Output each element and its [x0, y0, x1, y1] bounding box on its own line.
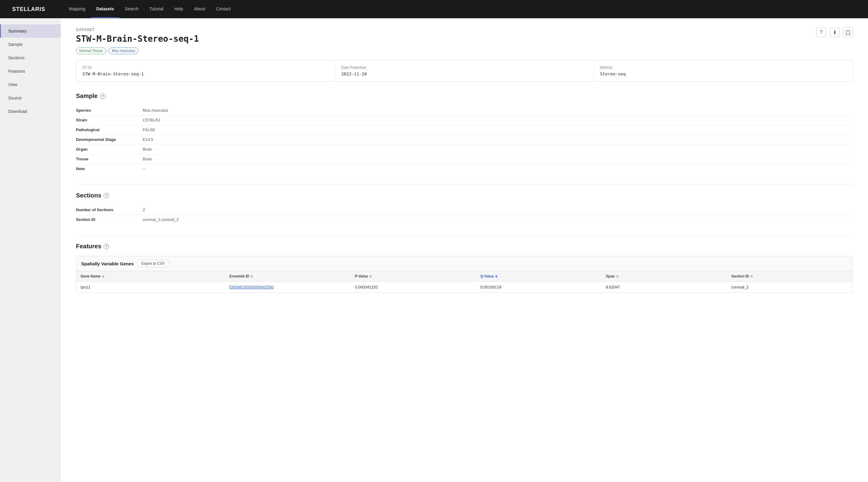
kv-key-section-id: Section ID: [76, 217, 143, 222]
kv-value-note: --: [143, 166, 146, 171]
nav-item-help[interactable]: Help: [169, 0, 189, 18]
sort-icon-pvalue: ⇅: [369, 275, 372, 278]
sidebar: Summary Sample Sections Features View So…: [0, 18, 61, 482]
kv-row-num-sections: Number of Sections 2: [76, 205, 853, 215]
col-header-p-value[interactable]: P-Value ⇅: [351, 271, 476, 281]
kv-value-organ: Brain: [143, 147, 152, 151]
download-icon: ⬇: [833, 30, 837, 35]
sidebar-item-features[interactable]: Features: [0, 64, 61, 78]
kv-value-num-sections: 2: [143, 207, 145, 212]
kv-key-species: Species: [76, 108, 143, 113]
sidebar-item-source[interactable]: Source: [0, 91, 61, 105]
sample-section-title: Sample: [76, 92, 98, 100]
navbar: STELLARIS Mapping Datasets Search Tutori…: [0, 0, 868, 18]
nav-item-mapping[interactable]: Mapping: [64, 0, 91, 18]
report-icon-button[interactable]: 📋: [843, 27, 853, 37]
col-header-section-id[interactable]: Section ID ⇅: [727, 271, 852, 281]
tag-normal-tissue: Normal Tissue: [76, 48, 106, 54]
sections-kv-table: Number of Sections 2 Section ID coronal_…: [76, 205, 853, 224]
nav-item-datasets[interactable]: Datasets: [91, 0, 119, 18]
toolbar-icons: ? ⬇ 📋: [816, 27, 853, 37]
cell-section-id: coronal_2: [727, 282, 852, 292]
features-col-headers: Gene Name ⇅ Ensembl ID ⇅ P-Value ⇅ Q-Val…: [76, 271, 852, 282]
sample-section-header: Sample ?: [76, 92, 853, 100]
features-table-container: Spatially Variable Genes Export to CSV G…: [76, 256, 853, 293]
features-help-icon[interactable]: ?: [104, 244, 109, 249]
dataset-header: Dataset STW-M-Brain-Stereo-seq-1 Normal …: [76, 27, 199, 60]
sidebar-item-summary[interactable]: Summary: [0, 24, 61, 38]
table-row: Ipo11 ENSMUSG00000042590 0.000341232 0.0…: [76, 282, 852, 292]
kv-row-dev-stage: Developmental Stage E14.5: [76, 135, 853, 145]
sidebar-item-download[interactable]: Download: [0, 105, 61, 118]
sample-kv-table: Species Mus musculus Strain C57BL/6J Pat…: [76, 106, 853, 173]
cell-gene-name: Ipo11: [76, 282, 225, 292]
kv-value-pathological: FALSE: [143, 127, 155, 132]
kv-key-organ: Organ: [76, 147, 143, 151]
col-header-q-value[interactable]: Q-Value ⇅: [476, 271, 602, 281]
features-section-title: Features: [76, 243, 101, 250]
kv-key-pathological: Pathological: [76, 127, 143, 132]
kv-row-organ: Organ Brain: [76, 145, 853, 154]
sort-icon-gene-name: ⇅: [102, 275, 104, 278]
report-icon: 📋: [845, 30, 851, 35]
kv-key-num-sections: Number of Sections: [76, 207, 143, 212]
nav-item-search[interactable]: Search: [119, 0, 144, 18]
sort-icon-span: ⇅: [616, 275, 618, 278]
brand-logo[interactable]: STELLARIS: [12, 6, 45, 12]
sample-help-icon[interactable]: ?: [100, 93, 105, 99]
kv-value-dev-stage: E14.5: [143, 137, 153, 142]
sections-section-title: Sections: [76, 192, 101, 199]
info-table: ST ID STW-M-Brain-Stereo-seq-1 Date Publ…: [76, 60, 853, 82]
divider-1: [76, 185, 853, 185]
kv-key-note: Note: [76, 166, 143, 171]
nav-item-tutorial[interactable]: Tutorial: [144, 0, 169, 18]
download-icon-button[interactable]: ⬇: [830, 27, 839, 37]
main-content: Dataset STW-M-Brain-Stereo-seq-1 Normal …: [61, 18, 868, 482]
st-id-cell: ST ID STW-M-Brain-Stereo-seq-1: [76, 61, 335, 81]
col-header-gene-name[interactable]: Gene Name ⇅: [76, 271, 225, 281]
kv-value-tissue: Brain: [143, 157, 152, 161]
export-csv-button[interactable]: Export to CSV: [137, 260, 168, 267]
sort-icon-ensembl: ⇅: [250, 275, 253, 278]
st-id-value: STW-M-Brain-Stereo-seq-1: [82, 72, 329, 76]
kv-key-tissue: Tissue: [76, 157, 143, 161]
kv-value-strain: C57BL/6J: [143, 118, 160, 122]
st-id-label: ST ID: [82, 65, 329, 70]
kv-row-tissue: Tissue Brain: [76, 154, 853, 164]
nav-menu: Mapping Datasets Search Tutorial Help Ab…: [64, 0, 236, 18]
header-area: Dataset STW-M-Brain-Stereo-seq-1 Normal …: [76, 27, 853, 60]
tags-row: Normal Tissue Mus musculus: [76, 48, 199, 54]
kv-row-species: Species Mus musculus: [76, 106, 853, 115]
kv-row-strain: Strain C57BL/6J: [76, 115, 853, 125]
cell-ensembl-id[interactable]: ENSMUSG00000042590: [225, 282, 351, 292]
sort-icon-section-id: ⇅: [750, 275, 753, 278]
sidebar-item-sections[interactable]: Sections: [0, 51, 61, 64]
kv-row-pathological: Pathological FALSE: [76, 125, 853, 135]
features-table-header: Spatially Variable Genes Export to CSV: [76, 256, 852, 271]
features-table-title: Spatially Variable Genes: [81, 261, 134, 266]
date-cell: Date Published 2022-11-20: [335, 61, 594, 81]
info-table-row: ST ID STW-M-Brain-Stereo-seq-1 Date Publ…: [76, 61, 852, 81]
question-mark-icon: ?: [820, 30, 823, 35]
sidebar-item-sample[interactable]: Sample: [0, 38, 61, 51]
sections-help-icon[interactable]: ?: [104, 193, 109, 198]
method-label: Method: [600, 65, 846, 70]
nav-item-about[interactable]: About: [188, 0, 211, 18]
col-header-span[interactable]: Span ⇅: [601, 271, 727, 281]
dataset-label: Dataset: [76, 27, 199, 32]
features-section-header: Features ?: [76, 243, 853, 250]
col-header-ensembl-id[interactable]: Ensembl ID ⇅: [225, 271, 351, 281]
tag-mus-musculus: Mus musculus: [108, 48, 138, 54]
kv-value-species: Mus musculus: [143, 108, 168, 113]
sort-icon-qvalue: ⇅: [495, 275, 498, 278]
date-label: Date Published: [341, 65, 588, 70]
method-value: Stereo-seq: [600, 72, 846, 76]
kv-key-strain: Strain: [76, 118, 143, 122]
help-icon-button[interactable]: ?: [816, 27, 826, 37]
nav-item-contact[interactable]: Contact: [211, 0, 236, 18]
sidebar-item-view[interactable]: View: [0, 78, 61, 91]
date-value: 2022-11-20: [341, 72, 588, 76]
cell-q-value: 0.00100119: [476, 282, 602, 292]
cell-span: 8.62047: [601, 282, 727, 292]
kv-key-dev-stage: Developmental Stage: [76, 137, 143, 142]
